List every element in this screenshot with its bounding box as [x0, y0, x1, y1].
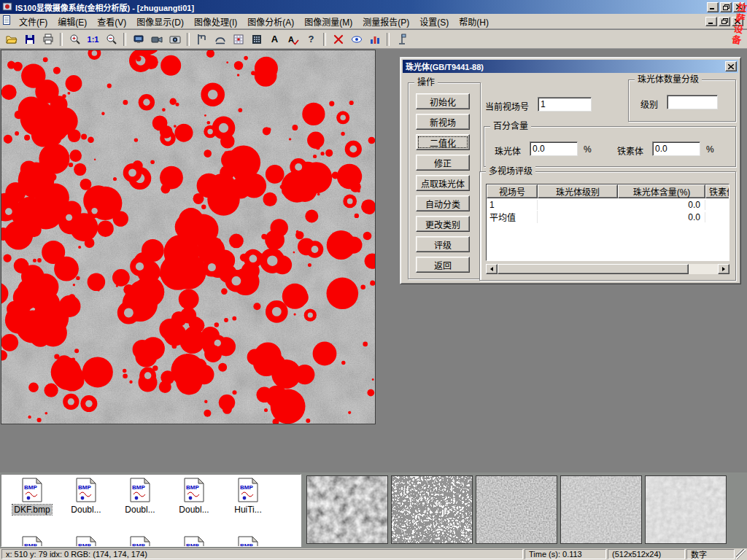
help-button[interactable]: ?	[302, 31, 320, 47]
menu-image-display[interactable]: 图像显示(D)	[131, 13, 189, 30]
svg-text:BMP: BMP	[186, 484, 199, 491]
dot-grid-button[interactable]	[247, 31, 266, 47]
dialog-close-button[interactable]	[725, 61, 737, 71]
thumbnail[interactable]	[560, 475, 642, 544]
capture-button[interactable]	[166, 31, 184, 47]
status-position: x: 510 y: 79 idx: 0 RGB: (174, 174, 174)	[1, 549, 523, 559]
pearlite-dialog: 珠光体(GB/T9441-88) 操作 初始化 新视场 二值化 修正 点取珠光体…	[400, 57, 741, 284]
file-item[interactable]: BMP	[60, 536, 112, 547]
th-grade[interactable]: 珠光体级别	[538, 184, 618, 198]
print-button[interactable]	[39, 31, 57, 47]
correct-button[interactable]: 修正	[416, 155, 470, 171]
file-name[interactable]: Doubl...	[177, 505, 210, 515]
file-item[interactable]: BMP HuiTi...	[222, 478, 274, 515]
init-button[interactable]: 初始化	[416, 93, 470, 109]
eye-icon	[351, 34, 363, 45]
level-input[interactable]	[667, 95, 718, 109]
current-field-input[interactable]	[538, 97, 592, 112]
scroll-track[interactable]	[689, 264, 718, 274]
new-field-button[interactable]: 新视场	[416, 114, 470, 130]
actual-size-button[interactable]: 1:1	[84, 31, 102, 47]
thumbnail[interactable]	[306, 475, 388, 544]
th-ferrite[interactable]: 铁素体含量(%)	[705, 184, 729, 198]
auto-classify-button[interactable]: 自动分类	[416, 195, 470, 211]
menu-image-measure[interactable]: 图像测量(M)	[299, 13, 357, 30]
multi-field-group: 多视场评级 视场号 珠光体级别 珠光体含量(%) 铁素体含量(%) 1 0.0 …	[479, 171, 736, 281]
table-row[interactable]: 平均值 0.0	[487, 211, 729, 223]
preview-button[interactable]	[347, 31, 365, 47]
stand-button[interactable]	[392, 31, 411, 47]
child-minimize-button[interactable]	[705, 17, 717, 26]
th-pearlite[interactable]: 珠光体含量(%)	[618, 184, 705, 198]
menu-view[interactable]: 查看(V)	[92, 13, 131, 30]
scroll-right-button[interactable]	[718, 264, 729, 274]
open-button[interactable]	[2, 31, 20, 47]
h-scrollbar[interactable]	[486, 264, 729, 274]
scroll-left-button[interactable]	[486, 264, 498, 274]
pick-pearlite-button[interactable]: 点取珠光体	[416, 175, 470, 191]
window-title: IS100显微摄像系统(金相分析版) - [zhuguangti01]	[15, 1, 194, 13]
video-camera-icon	[151, 34, 163, 45]
file-item[interactable]: BMP DKF.bmp	[6, 478, 58, 515]
resize-grip[interactable]	[736, 549, 746, 559]
menu-image-process[interactable]: 图像处理(I)	[189, 13, 242, 30]
child-restore-button[interactable]	[719, 17, 730, 26]
zoom-in-button[interactable]	[66, 31, 84, 47]
statistics-button[interactable]	[365, 31, 384, 47]
zoom-out-button[interactable]	[102, 31, 120, 47]
toolbar-separator	[387, 33, 390, 46]
left-arrow-icon	[490, 267, 493, 271]
pearlite-percent-input[interactable]	[530, 141, 578, 156]
restore-button[interactable]	[720, 2, 732, 12]
display-button[interactable]	[129, 31, 147, 47]
dialog-title-bar[interactable]: 珠光体(GB/T9441-88)	[403, 60, 738, 73]
bmp-file-icon: BMP	[183, 478, 205, 502]
thumbnail[interactable]	[645, 475, 727, 544]
file-name[interactable]: Doubl...	[69, 505, 102, 515]
thumbnail[interactable]	[391, 475, 473, 544]
delete-button[interactable]	[329, 31, 347, 47]
text-edit-button[interactable]: A	[284, 31, 302, 47]
th-field[interactable]: 视场号	[487, 184, 538, 198]
floppy-icon	[24, 34, 36, 45]
file-item[interactable]: BMP	[168, 536, 220, 547]
file-name[interactable]: Doubl...	[123, 505, 156, 515]
file-list[interactable]: BMP DKF.bmp BMP Doubl... BMP Doubl... BM…	[1, 474, 301, 547]
menu-report[interactable]: 测量报告(P)	[357, 13, 414, 30]
grid-measure-button[interactable]	[229, 31, 247, 47]
table-row[interactable]: 1 0.0	[487, 198, 729, 211]
scroll-thumb[interactable]	[498, 264, 689, 274]
ferrite-percent-input[interactable]	[652, 141, 700, 156]
cell-pearlite: 0.0	[618, 212, 705, 222]
file-item[interactable]: BMP Doubl...	[168, 478, 220, 515]
return-button[interactable]: 返回	[416, 257, 470, 273]
pearlite-percent-sign: %	[584, 144, 592, 155]
grade-button[interactable]: 评级	[416, 236, 470, 252]
text-label-button[interactable]: A	[266, 31, 284, 47]
file-item[interactable]: BMP	[114, 536, 166, 547]
menu-settings[interactable]: 设置(S)	[414, 13, 454, 30]
change-class-button[interactable]: 更改类别	[416, 216, 470, 232]
file-item[interactable]: BMP	[222, 536, 274, 547]
binarize-button[interactable]: 二值化	[416, 134, 470, 150]
bar-chart-icon	[369, 34, 381, 45]
specimen-image[interactable]	[1, 50, 376, 424]
file-name[interactable]: HuiTi...	[233, 505, 263, 515]
micrometer-button[interactable]	[211, 31, 229, 47]
menu-file[interactable]: 文件(F)	[14, 13, 53, 30]
menu-edit[interactable]: 编辑(E)	[53, 13, 92, 30]
file-item[interactable]: BMP Doubl...	[60, 478, 112, 515]
caliper-button[interactable]	[193, 31, 211, 47]
save-button[interactable]	[20, 31, 39, 47]
menu-image-analysis[interactable]: 图像分析(A)	[242, 13, 299, 30]
video-button[interactable]	[147, 31, 166, 47]
thumbnail[interactable]	[476, 475, 557, 544]
document-icon[interactable]	[1, 15, 12, 28]
percent-group-label: 百分含量	[490, 121, 531, 131]
file-name[interactable]: DKF.bmp	[12, 505, 51, 515]
file-item[interactable]: BMP	[6, 536, 58, 547]
minimize-button[interactable]	[707, 2, 719, 12]
file-item[interactable]: BMP Doubl...	[114, 478, 166, 515]
menu-help[interactable]: 帮助(H)	[454, 13, 494, 30]
level-label: 级别	[640, 98, 658, 110]
